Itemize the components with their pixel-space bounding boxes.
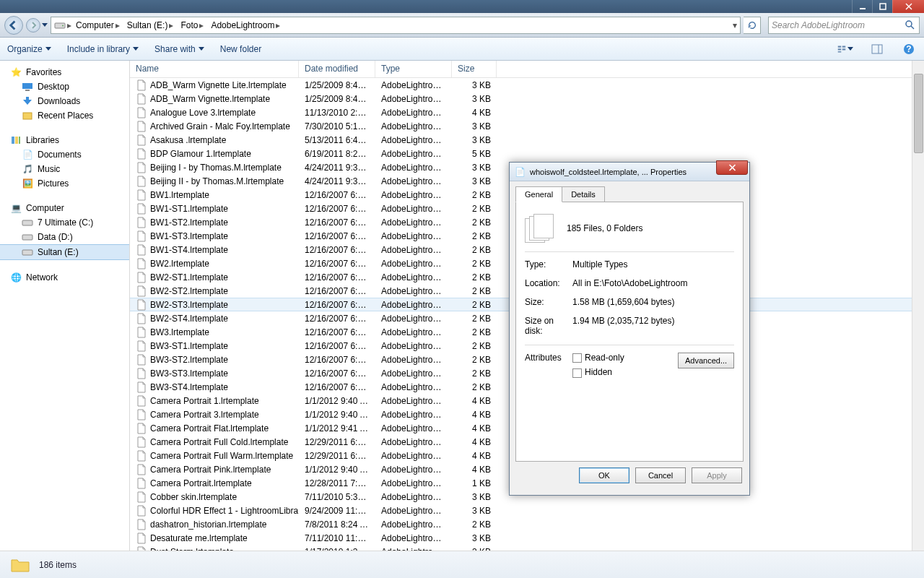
search-icon xyxy=(905,20,916,31)
col-date[interactable]: Date modified xyxy=(299,61,375,77)
sidebar-favorites[interactable]: ⭐Favorites xyxy=(0,65,129,79)
file-name: BW2-ST3.lrtemplate xyxy=(150,300,228,310)
file-date: 5/13/2011 6:47 PM xyxy=(299,135,375,145)
file-icon xyxy=(136,107,147,118)
file-icon xyxy=(136,189,147,201)
file-size: 4 KB xyxy=(452,437,497,447)
sidebar-computer[interactable]: 💻Computer xyxy=(0,201,129,215)
sidebar-item-documents[interactable]: 📄Documents xyxy=(0,147,129,162)
search-input[interactable]: Search AdobeLightroom xyxy=(768,17,920,34)
col-type[interactable]: Type xyxy=(375,61,452,77)
tab-details[interactable]: Details xyxy=(562,186,605,202)
file-name: BDP Glamour 1.lrtemplate xyxy=(150,149,251,159)
file-name: Camera Portrait Full Cold.lrtemplate xyxy=(150,437,288,447)
table-row[interactable]: BDP Glamour 1.lrtemplate6/19/2011 8:23 A… xyxy=(130,147,924,160)
file-date: 12/16/2007 6:54 PM xyxy=(299,286,375,296)
prop-location: All in E:\Foto\AdobeLightroom xyxy=(572,278,687,288)
table-row[interactable]: Analogue Love 3.lrtemplate11/13/2010 2:3… xyxy=(130,105,924,119)
table-row[interactable]: ADB_Warm Vignette.lrtemplate1/25/2009 8:… xyxy=(130,92,924,105)
table-row[interactable]: dashatron_historian.lrtemplate7/8/2011 8… xyxy=(130,517,924,531)
tab-general[interactable]: General xyxy=(515,186,562,202)
sidebar-item-recent[interactable]: Recent Places xyxy=(0,108,129,123)
include-library-button[interactable]: Include in library xyxy=(67,44,139,54)
svg-rect-21 xyxy=(15,137,18,144)
file-name: Desaturate me.lrtemplate xyxy=(150,533,248,543)
sidebar-network[interactable]: 🌐Network xyxy=(0,270,129,285)
sidebar-item-drive-e[interactable]: Sultan (E:) xyxy=(0,244,129,260)
apply-button[interactable]: Apply xyxy=(692,467,742,483)
dialog-close-button[interactable] xyxy=(716,160,748,175)
view-options-button[interactable] xyxy=(837,41,853,57)
svg-rect-20 xyxy=(12,137,14,144)
file-name: BW1-ST1.lrtemplate xyxy=(150,204,228,214)
minimize-button[interactable] xyxy=(852,0,872,13)
file-name: Camera Portrait Flat.lrtemplate xyxy=(150,423,269,434)
help-button[interactable]: ? xyxy=(901,41,917,57)
table-row[interactable]: Colorful HDR Effect 1 - LightroomLibrary… xyxy=(130,504,924,517)
table-row[interactable]: Archived Grain - Malc Foy.lrtemplate7/30… xyxy=(130,119,924,133)
svg-rect-19 xyxy=(23,113,32,119)
file-icon xyxy=(136,532,147,544)
file-size: 1 KB xyxy=(452,478,497,488)
file-type: AdobeLightroom.l... xyxy=(375,204,452,214)
properties-icon: 📄 xyxy=(514,166,526,178)
sidebar-item-drive-d[interactable]: Data (D:) xyxy=(0,230,129,244)
column-headers[interactable]: Name Date modified Type Size xyxy=(130,61,924,78)
preview-pane-button[interactable] xyxy=(869,41,885,57)
hidden-checkbox[interactable] xyxy=(572,368,582,378)
sidebar-item-music[interactable]: 🎵Music xyxy=(0,162,129,176)
new-folder-button[interactable]: New folder xyxy=(220,44,261,54)
close-button[interactable] xyxy=(892,0,924,13)
file-name: Asakusa .lrtemplate xyxy=(150,135,226,145)
refresh-button[interactable] xyxy=(744,17,761,34)
back-button[interactable] xyxy=(4,16,23,35)
file-type: AdobeLightroom.l... xyxy=(375,396,452,406)
organize-button[interactable]: Organize xyxy=(7,44,51,54)
file-type: AdobeLightroom.l... xyxy=(375,533,452,543)
file-size: 2 KB xyxy=(452,327,497,337)
file-size: 3 KB xyxy=(452,135,497,145)
table-row[interactable]: ADB_Warm Vignette Lite.lrtemplate1/25/20… xyxy=(130,78,924,92)
file-name: Camera Portrait Pink.lrtemplate xyxy=(150,465,271,475)
advanced-button[interactable]: Advanced... xyxy=(678,353,734,368)
file-date: 1/1/2012 9:40 AM xyxy=(299,410,375,420)
table-row[interactable]: Asakusa .lrtemplate5/13/2011 6:47 PMAdob… xyxy=(130,133,924,147)
breadcrumb-seg[interactable]: Foto ▸ xyxy=(178,20,206,30)
titlebar xyxy=(0,0,924,13)
file-size: 3 KB xyxy=(452,506,497,516)
sidebar-item-pictures[interactable]: 🖼️Pictures xyxy=(0,176,129,191)
breadcrumb-seg[interactable]: Sultan (E:) ▸ xyxy=(124,20,177,30)
breadcrumb-dropdown-icon[interactable]: ▾ xyxy=(733,20,737,30)
forward-button[interactable] xyxy=(26,18,40,33)
cancel-button[interactable]: Cancel xyxy=(635,467,686,483)
breadcrumb-seg[interactable]: AdobeLightroom ▸ xyxy=(208,20,283,30)
breadcrumb[interactable]: ▸ Computer ▸ Sultan (E:) ▸ Foto ▸ AdobeL… xyxy=(51,17,741,34)
table-row[interactable]: Dust Storm.lrtemplate1/17/2010 1:37 PMAd… xyxy=(130,545,924,551)
file-type: AdobeLightroom.l... xyxy=(375,259,452,269)
history-dropdown-icon[interactable] xyxy=(42,23,48,27)
file-type: AdobeLightroom.l... xyxy=(375,163,452,173)
file-date: 9/24/2009 11:09 AM xyxy=(299,506,375,516)
file-name: BW3-ST1.lrtemplate xyxy=(150,341,228,351)
col-name[interactable]: Name xyxy=(130,61,299,77)
ok-button[interactable]: OK xyxy=(579,467,629,483)
sidebar-item-drive-c[interactable]: 7 Ultimate (C:) xyxy=(0,215,129,230)
col-size[interactable]: Size xyxy=(452,61,497,77)
file-icon xyxy=(136,423,147,434)
readonly-checkbox[interactable] xyxy=(572,353,582,363)
sidebar-item-desktop[interactable]: Desktop xyxy=(0,79,129,94)
sidebar-item-downloads[interactable]: Downloads xyxy=(0,94,129,108)
file-size: 5 KB xyxy=(452,149,497,159)
sidebar-libraries[interactable]: Libraries xyxy=(0,133,129,147)
file-type: AdobeLightroom.l... xyxy=(375,135,452,145)
share-with-button[interactable]: Share with xyxy=(154,44,204,54)
file-name: ADB_Warm Vignette.lrtemplate xyxy=(150,94,270,104)
table-row[interactable]: Desaturate me.lrtemplate7/11/2010 11:26 … xyxy=(130,531,924,545)
navbar: ▸ Computer ▸ Sultan (E:) ▸ Foto ▸ AdobeL… xyxy=(0,13,924,38)
file-name: Dust Storm.lrtemplate xyxy=(150,547,234,551)
maximize-button[interactable] xyxy=(872,0,892,13)
breadcrumb-seg[interactable]: Computer ▸ xyxy=(73,20,123,30)
scrollbar[interactable] xyxy=(912,61,924,551)
dialog-titlebar[interactable]: 📄 whoiswolf_coldsteel.lrtemplate, ... Pr… xyxy=(510,163,749,181)
file-date: 12/29/2011 6:19 PM xyxy=(299,437,375,447)
